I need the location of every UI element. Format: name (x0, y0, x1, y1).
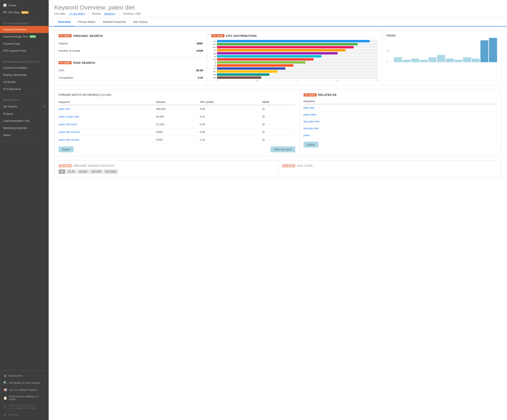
footer-settings[interactable]: ⚙ Settings (0, 411, 49, 418)
organic-results-title: ORGANIC SEARCH RESULTS (73, 164, 115, 167)
serp-icon[interactable]: ⊞ (262, 138, 265, 141)
cpc-bar (217, 52, 338, 55)
cpc-map-icon: 🗺 (3, 11, 6, 14)
serp-icon[interactable]: ⊞ (262, 123, 265, 126)
table-row: paleo diet 368,000 0.69 ⊞ (59, 105, 295, 113)
keyword-link[interactable]: paleo diet recipes (59, 138, 79, 141)
sidebar-item-label: Projects (3, 112, 13, 115)
filter-tab[interactable]: #4-#10 (77, 169, 89, 174)
cpc-bar-wrap (217, 76, 378, 79)
trend-bar (437, 55, 445, 62)
competition-label: Competition (59, 76, 73, 79)
device-picker[interactable]: Desktop ▾ (105, 12, 116, 15)
serp-icon[interactable]: ⊞ (262, 115, 265, 118)
phrase-match-panel: PHRASE MATCH KEYWORDS (14,499) Keyword V… (55, 90, 300, 156)
export-related-button[interactable]: Export (303, 142, 319, 147)
cpc-country-label: ch (211, 67, 216, 70)
serp-icon[interactable]: ⊞ (262, 130, 265, 134)
sidebar-item-keyword-gap[interactable]: Keyword Gap (0, 40, 49, 47)
related-keyword-link[interactable]: paleo (303, 134, 310, 137)
filter-tab[interactable]: #21-#100 (103, 169, 118, 174)
footer-seoquake[interactable]: 🔍 SEOquake for your browser (0, 379, 49, 386)
serp-cell: ⊞ (262, 113, 295, 121)
serp-icon[interactable]: ⊞ (262, 107, 265, 111)
sidebar-item-keyword-ad-history[interactable]: Keyword Ad History (0, 64, 49, 71)
bottom-panels-row: PHRASE MATCH KEYWORDS (14,499) Keyword V… (54, 89, 501, 156)
view-full-report-button[interactable]: View full report (271, 146, 295, 152)
sidebar-item-charts[interactable]: 📊 Charts (0, 2, 49, 9)
keyword-cell: paleo diet foods (59, 121, 156, 128)
cpc-country-label: dk (211, 76, 216, 79)
sidebar-item-ppc-keyword-tool[interactable]: PPC Keyword Tool (0, 47, 49, 54)
date-picker[interactable]: 17 Jan 2019 ▾ (69, 12, 85, 15)
seoquake-icon: 🔍 (3, 381, 7, 385)
footer-custom-db[interactable]: 📋 Order custom database or report (0, 393, 49, 402)
device-label: Device: (92, 12, 101, 15)
tab-ads-history[interactable]: Ads History (129, 18, 151, 27)
filter-tab[interactable]: All (59, 169, 65, 174)
tab-phrase-match[interactable]: Phrase Match (74, 18, 99, 27)
organic-results-panel: live update ORGANIC SEARCH RESULTS All#1… (55, 160, 278, 178)
sidebar-item-marketing-calendar[interactable]: Marketing Calendar (0, 124, 49, 131)
live-update-badge-ads-copies: live update (282, 164, 295, 167)
cpc-country-label: om (211, 46, 216, 48)
sidebar-item-label: PPC Keyword Tool (3, 49, 26, 52)
keyword-link[interactable]: paleo diet foods (59, 123, 77, 126)
sidebar-item-display-advertising[interactable]: Display Advertising (0, 71, 49, 78)
keyword-link[interactable]: paleo diet (59, 107, 70, 110)
cpc-distribution-panel: live update CPC DISTRIBUTION no mn om is (207, 31, 382, 85)
footer-online-demo[interactable]: 🖥 Online demo (0, 372, 49, 379)
footer-item-label: Online demo (8, 374, 23, 377)
cpc-country-label: gy (211, 52, 216, 55)
sidebar: 📊 Charts 🗺 CPC Map BETA KEYWORD RESEARCH… (0, 0, 49, 420)
sidebar-item-projects[interactable]: Projects (0, 110, 49, 117)
related-keyword-link[interactable]: plato diet (303, 106, 314, 109)
sidebar-item-cpc-map[interactable]: 🗺 CPC Map BETA (0, 9, 49, 16)
tab-related-keywords[interactable]: Related Keywords (99, 18, 130, 27)
organic-search-header: live update ORGANIC SEARCH (59, 34, 203, 37)
keyword-link[interactable]: what is paleo diet (59, 115, 79, 118)
cpc-bar-wrap (217, 49, 378, 51)
col-volume: Volume (156, 99, 200, 105)
volume-value: 368K (197, 42, 203, 45)
cpc-distribution-title: CPC DISTRIBUTION (226, 34, 257, 37)
cpc-row: CPC $0.69 (59, 67, 203, 74)
cpc-country-label: fi (211, 61, 216, 64)
export-phrase-match-button[interactable]: Export (59, 146, 74, 152)
section-label-management: MANAGEMENT (0, 96, 49, 103)
cpc-bar-wrap (217, 73, 378, 76)
sidebar-item-ad-builder[interactable]: Ad Builder (0, 78, 49, 85)
tab-overview[interactable]: Overview (54, 18, 74, 27)
sidebar-item-pla-research[interactable]: PLA Research (0, 85, 49, 93)
keyword-link[interactable]: paleo diet food list (59, 131, 80, 133)
sidebar-item-lead-generation[interactable]: Lead Generation Tool (0, 117, 49, 124)
sidebar-item-my-reports[interactable]: My Reports + (0, 103, 49, 110)
live-update-badge-cpc: live update (211, 34, 224, 37)
cpc-value: $0.69 (196, 69, 203, 72)
trend-bar (463, 57, 471, 62)
cpc-bar-wrap (217, 55, 378, 58)
cpc-bar-row: de (211, 70, 378, 73)
footer-api[interactable]: {} Have you seen our new customizable AP… (0, 402, 49, 411)
add-report-icon[interactable]: + (43, 104, 45, 108)
cpc-bar-row: mn (211, 43, 378, 45)
filter-tab[interactable]: #1-#3 (66, 169, 77, 174)
related-keyword-link[interactable]: the palio diet (303, 127, 319, 130)
cpc-bar-wrap (217, 52, 378, 55)
related-keyword-link[interactable]: the paleo diet (303, 120, 319, 123)
device-caret-icon: ▾ (115, 13, 116, 15)
volume-cell: 40,500 (156, 113, 200, 121)
footer-affiliate[interactable]: 📢 Join our Affiliate Program (0, 386, 49, 393)
new-badge: NEW (29, 35, 36, 38)
cpc-bar-row: cl (211, 64, 378, 67)
sidebar-item-notes[interactable]: Notes (0, 131, 49, 138)
sidebar-item-keyword-overview[interactable]: Keyword Overview (0, 26, 49, 33)
sidebar-item-label: Display Advertising (3, 73, 26, 76)
sidebar-item-keyword-magic-tool[interactable]: Keyword Magic Tool NEW (0, 33, 49, 40)
trend-bar (472, 59, 480, 62)
related-keyword-link[interactable]: paleo diete (303, 113, 317, 116)
filter-tab[interactable]: #11-#20 (90, 169, 103, 174)
sidebar-item-label: Charts (8, 4, 16, 7)
footer-item-label: Order custom database or report (9, 395, 45, 401)
custom-db-icon: 📋 (3, 396, 7, 400)
